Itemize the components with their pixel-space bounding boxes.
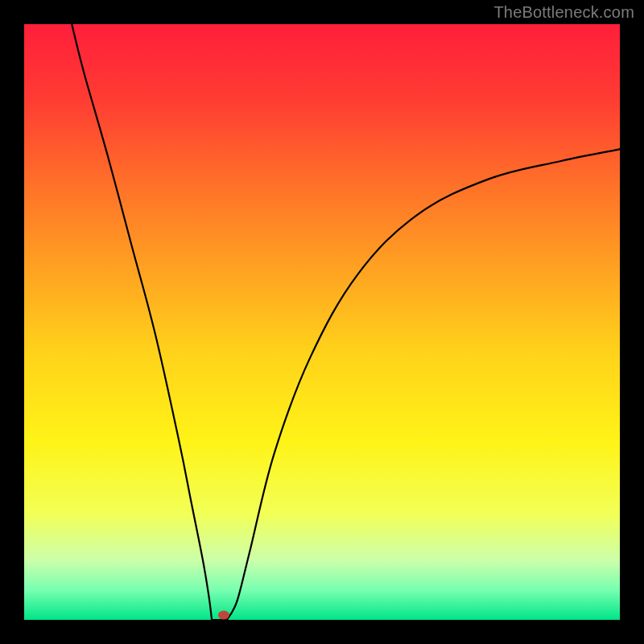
target-point-marker [218, 611, 229, 620]
chart-svg [24, 24, 620, 620]
plot-area [24, 24, 620, 620]
watermark-text: TheBottleneck.com [493, 3, 634, 22]
plot-container: TheBottleneck.com [0, 0, 644, 644]
gradient-background [24, 24, 620, 620]
